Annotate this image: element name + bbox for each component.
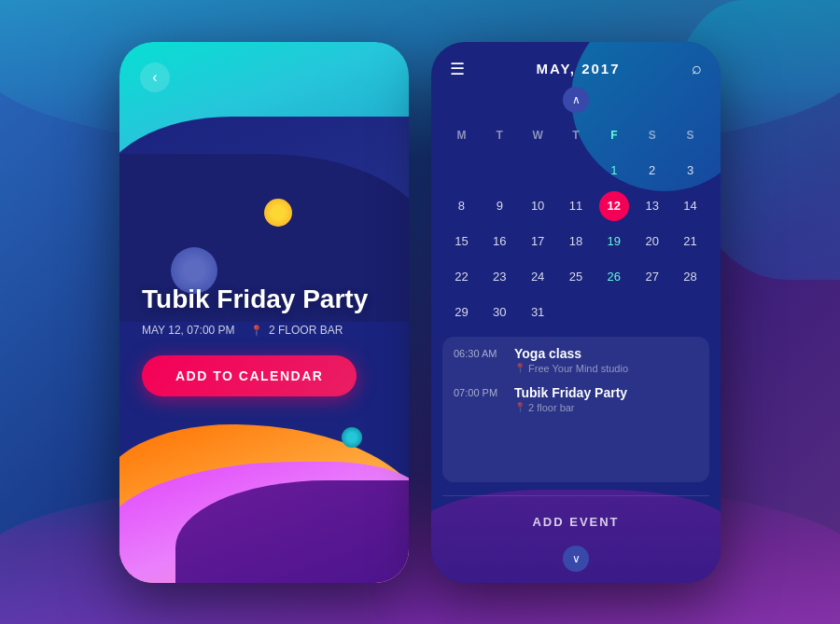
add-to-calendar-button[interactable]: ADD TO CALENDAR — [142, 355, 357, 396]
event-title: Tubik Friday Party — [142, 285, 386, 314]
day-header-mon: M — [442, 118, 481, 152]
chevron-up-button[interactable]: ∧ — [563, 87, 589, 113]
cal-day-empty — [671, 296, 709, 329]
event-location-group: 📍 2 FLOOR BAR — [250, 324, 343, 337]
decorative-circle-teal — [342, 427, 362, 448]
search-icon[interactable]: ⌕ — [692, 59, 702, 78]
cal-day[interactable] — [481, 154, 519, 187]
week-row-5: 29 30 31 — [442, 296, 709, 329]
chevron-down-icon: ∨ — [572, 552, 581, 565]
cal-day-8[interactable]: 8 — [442, 189, 481, 223]
menu-icon[interactable]: ☰ — [450, 59, 465, 79]
day-header-thu: T — [557, 118, 595, 152]
chevron-down-container: ∨ — [431, 546, 721, 572]
chevron-down-button[interactable]: ∨ — [563, 546, 589, 572]
cal-day-empty — [595, 296, 633, 329]
event-details-party: Tubik Friday Party 📍 2 floor bar — [514, 385, 627, 413]
cal-day-1[interactable]: 1 — [595, 154, 633, 187]
chevron-up-container: ∧ — [431, 87, 721, 113]
cal-day-empty — [633, 296, 671, 329]
event-item-party[interactable]: 07:00 PM Tubik Friday Party 📍 2 floor ba… — [454, 385, 698, 413]
day-header-sat: S — [633, 118, 671, 152]
event-meta: MAY 12, 07:00 PM 📍 2 FLOOR BAR — [142, 324, 386, 337]
cal-day-22[interactable]: 22 — [442, 260, 481, 294]
cal-day-30[interactable]: 30 — [481, 296, 519, 329]
cal-day-20[interactable]: 20 — [633, 225, 671, 258]
cal-day-9[interactable]: 9 — [481, 189, 519, 223]
calendar-month-title: MAY, 2017 — [537, 61, 621, 76]
day-header-sun: S — [671, 118, 709, 152]
cal-day-2[interactable]: 2 — [633, 154, 671, 187]
event-name-yoga: Yoga class — [514, 346, 628, 361]
day-header-tue: T — [481, 118, 519, 152]
events-section: 06:30 AM Yoga class 📍 Free Your Mind stu… — [442, 337, 709, 482]
day-header-wed: W — [519, 118, 557, 152]
event-loc-yoga: 📍 Free Your Mind studio — [514, 363, 628, 374]
cal-day-25[interactable]: 25 — [557, 260, 595, 294]
week-row-2: 8 9 10 11 12 13 14 — [442, 189, 709, 223]
event-loc-party: 📍 2 floor bar — [514, 402, 627, 413]
cal-day-28[interactable]: 28 — [671, 260, 709, 294]
cal-day-31[interactable]: 31 — [519, 296, 557, 329]
cal-day-23[interactable]: 23 — [481, 260, 519, 294]
decorative-circle-yellow — [264, 199, 292, 227]
event-item-yoga[interactable]: 06:30 AM Yoga class 📍 Free Your Mind stu… — [454, 346, 698, 374]
pin-icon-yoga: 📍 — [514, 363, 525, 373]
cal-day-15[interactable]: 15 — [442, 225, 481, 258]
week-row-1: 1 2 3 — [442, 154, 709, 187]
calendar-header: ☰ MAY, 2017 ⌕ — [431, 42, 721, 87]
event-details-yoga: Yoga class 📍 Free Your Mind studio — [514, 346, 628, 374]
left-phone: ‹ Tubik Friday Party MAY 12, 07:00 PM 📍 … — [119, 42, 409, 583]
cal-day-24[interactable]: 24 — [519, 260, 557, 294]
cal-day-29[interactable]: 29 — [442, 296, 481, 329]
back-button[interactable]: ‹ — [140, 62, 170, 92]
add-event-button[interactable]: ADD EVENT — [442, 504, 709, 540]
pin-icon-party: 📍 — [514, 402, 525, 412]
cal-day[interactable] — [442, 154, 481, 187]
event-name-party: Tubik Friday Party — [514, 385, 627, 400]
cal-day-3[interactable]: 3 — [671, 154, 709, 187]
event-location: 2 FLOOR BAR — [269, 324, 343, 337]
chevron-up-icon: ∧ — [572, 93, 581, 106]
cal-day-12-today[interactable]: 12 — [599, 191, 629, 221]
back-icon: ‹ — [152, 69, 157, 86]
event-date: MAY 12, 07:00 PM — [142, 324, 235, 337]
pin-icon: 📍 — [250, 325, 263, 336]
event-time-yoga: 06:30 AM — [454, 346, 505, 359]
day-header-fri: F — [595, 118, 633, 152]
cal-day[interactable] — [519, 154, 557, 187]
cal-day-18[interactable]: 18 — [557, 225, 595, 258]
week-row-3: 15 16 17 18 19 20 21 — [442, 225, 709, 258]
cal-day-14[interactable]: 14 — [671, 189, 709, 223]
cal-day-10[interactable]: 10 — [519, 189, 557, 223]
day-headers-row: M T W T F S S — [442, 118, 709, 152]
cal-day[interactable] — [557, 154, 595, 187]
calendar-grid: M T W T F S S 1 2 3 8 9 10 11 12 13 14 — [431, 118, 721, 331]
event-time-party: 07:00 PM — [454, 385, 505, 398]
cal-day-27[interactable]: 27 — [633, 260, 671, 294]
cal-day-17[interactable]: 17 — [519, 225, 557, 258]
event-info: Tubik Friday Party MAY 12, 07:00 PM 📍 2 … — [142, 285, 386, 396]
cal-day-26[interactable]: 26 — [595, 260, 633, 294]
right-phone: ☰ MAY, 2017 ⌕ ∧ M T W T F S S 1 2 3 — [431, 42, 721, 583]
cal-day-11[interactable]: 11 — [557, 189, 595, 223]
cal-day-empty — [557, 296, 595, 329]
cal-day-19[interactable]: 19 — [595, 225, 633, 258]
cal-day-16[interactable]: 16 — [481, 225, 519, 258]
cal-day-13[interactable]: 13 — [633, 189, 671, 223]
week-row-4: 22 23 24 25 26 27 28 — [442, 260, 709, 294]
events-divider — [442, 495, 709, 496]
cal-day-21[interactable]: 21 — [671, 225, 709, 258]
